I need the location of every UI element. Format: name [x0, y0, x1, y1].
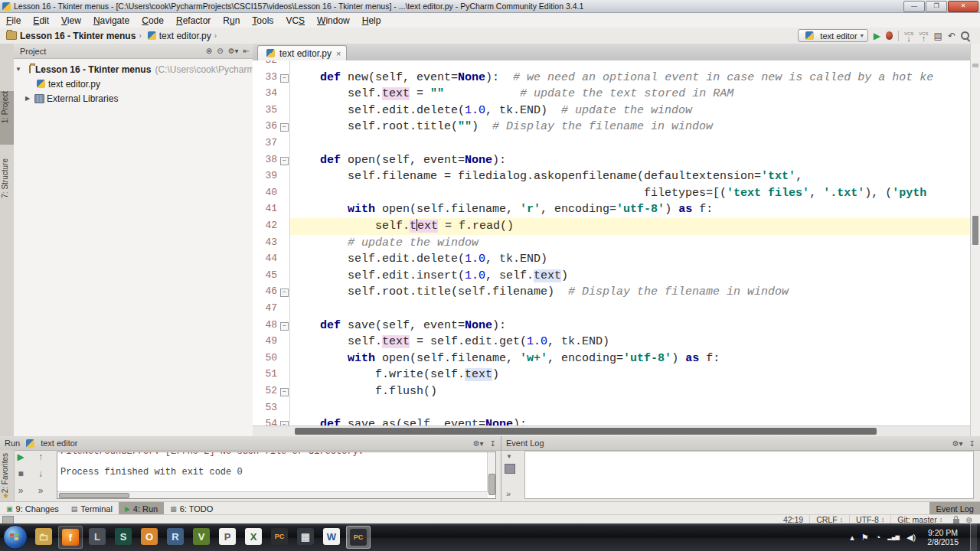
- gutter-row[interactable]: 35: [253, 103, 289, 119]
- stop-button[interactable]: ■: [15, 468, 27, 479]
- editor-gutter[interactable]: 3233−343536−3738−3940414243444546−4748−4…: [253, 60, 290, 425]
- code-line[interactable]: self.text = "" # update the text stored …: [292, 86, 971, 103]
- code-line[interactable]: f.flush(): [292, 383, 971, 400]
- gear-icon[interactable]: ⚙▾: [228, 47, 239, 55]
- gutter-row[interactable]: 38−: [253, 152, 289, 169]
- remote-desktop-taskbar-icon[interactable]: R: [164, 526, 187, 547]
- toolwindow-button-todo[interactable]: ▦6: TODO: [164, 502, 219, 515]
- breadcrumb-file[interactable]: text editor.py: [159, 31, 211, 41]
- gutter-row[interactable]: 43: [253, 235, 289, 252]
- excel-taskbar-icon[interactable]: X: [242, 526, 265, 547]
- debug-bug-button[interactable]: [886, 31, 893, 40]
- editor-code-lines[interactable]: def new(self, event=None): # we need an …: [289, 60, 971, 425]
- more-actions-chevron[interactable]: »: [34, 485, 47, 496]
- code-line[interactable]: self.edit.delete(1.0, tk.END): [292, 251, 971, 268]
- run-panel-header[interactable]: Run text editor ⚙▾↧: [0, 436, 501, 451]
- close-icon[interactable]: ⊗: [206, 47, 212, 55]
- gutter-row[interactable]: 44: [253, 251, 289, 268]
- hidden-icons-chevron[interactable]: ▴: [850, 533, 854, 543]
- toolwindow-button-changes[interactable]: ▣9: Changes: [0, 502, 65, 515]
- outlook-taskbar-icon[interactable]: O: [138, 526, 161, 547]
- show-changes-button[interactable]: ▤: [934, 31, 942, 41]
- gutter-row[interactable]: 41: [253, 201, 289, 218]
- gutter-row[interactable]: 51: [253, 367, 289, 383]
- maximize-button[interactable]: ❐: [926, 1, 947, 12]
- gear-icon[interactable]: ⚙▾: [473, 439, 484, 448]
- more-actions-chevron[interactable]: »: [15, 485, 27, 496]
- code-line[interactable]: filetypes=[('text files', '.txt'), ('pyt…: [292, 185, 971, 202]
- code-line[interactable]: f.write(self.text): [292, 367, 971, 383]
- code-line[interactable]: [292, 301, 971, 318]
- code-line[interactable]: self.text = self.edit.get(1.0, tk.END): [292, 334, 971, 350]
- menu-item-help[interactable]: Help: [356, 15, 387, 26]
- run-console[interactable]: FileNotFoundError: [Errno 2] No such fil…: [57, 452, 496, 499]
- code-line[interactable]: [292, 400, 971, 417]
- menu-item-refactor[interactable]: Refactor: [170, 15, 217, 26]
- menu-item-tools[interactable]: Tools: [246, 15, 279, 26]
- more-actions-chevron[interactable]: »: [506, 489, 511, 498]
- gutter-row[interactable]: 46−: [253, 284, 289, 301]
- gutter-row[interactable]: 47: [253, 301, 289, 318]
- fold-end-icon[interactable]: −: [280, 388, 289, 396]
- minimize-button[interactable]: —: [903, 1, 925, 12]
- undo-button[interactable]: ↶: [948, 31, 956, 41]
- gutter-row[interactable]: 36−: [253, 119, 289, 135]
- lock-app-taskbar-icon[interactable]: L: [86, 526, 109, 547]
- code-line[interactable]: def save(self, event=None):: [292, 318, 971, 334]
- word-taskbar-icon[interactable]: W: [320, 526, 343, 547]
- gutter-row[interactable]: 34: [253, 86, 289, 103]
- scrollbar-thumb[interactable]: [59, 493, 129, 498]
- rerun-button[interactable]: ▶: [15, 452, 27, 462]
- hide-panel-icon[interactable]: ⇤: [243, 47, 250, 55]
- code-line[interactable]: self.text = f.read(): [292, 218, 971, 235]
- fold-open-icon[interactable]: −: [280, 322, 289, 331]
- menu-item-view[interactable]: View: [55, 15, 87, 26]
- code-line[interactable]: self.edit.insert(1.0, self.text): [292, 268, 971, 285]
- run-button[interactable]: ▶: [874, 31, 880, 41]
- hide-panel-icon[interactable]: ↧: [969, 439, 975, 448]
- gutter-row[interactable]: 53: [253, 400, 289, 417]
- start-button[interactable]: [3, 525, 28, 549]
- collapse-all-icon[interactable]: ⊖: [217, 47, 223, 55]
- gutter-row[interactable]: 48−: [253, 318, 289, 334]
- explorer-taskbar-icon[interactable]: 🗀: [32, 526, 55, 547]
- code-line[interactable]: [292, 60, 971, 70]
- menu-item-run[interactable]: Run: [217, 15, 246, 26]
- p-app-taskbar-icon[interactable]: P: [216, 526, 239, 547]
- tree-item[interactable]: ▶External Libraries: [14, 91, 253, 106]
- stripe-button-project[interactable]: 1: Project: [1, 91, 9, 123]
- menu-item-window[interactable]: Window: [311, 15, 356, 26]
- gutter-row[interactable]: 33−: [253, 70, 289, 86]
- run-configuration-select[interactable]: text editor ▾: [798, 29, 867, 42]
- editor-horizontal-scrollbar[interactable]: [253, 425, 971, 436]
- hide-panel-icon[interactable]: ↧: [490, 439, 496, 448]
- show-desktop-button[interactable]: [970, 523, 977, 551]
- filter-icon[interactable]: ▼: [506, 453, 512, 460]
- code-line[interactable]: self.filename = filedialog.askopenfilena…: [292, 168, 971, 185]
- code-line[interactable]: self.root.title(self.filename) # Display…: [292, 284, 971, 301]
- stripe-button-structure[interactable]: 7: Structure: [1, 158, 9, 198]
- editor-tab[interactable]: text editor.py ×: [257, 45, 347, 60]
- search-everywhere-button[interactable]: [961, 31, 969, 40]
- close-button[interactable]: ✕: [948, 1, 978, 12]
- expander-icon[interactable]: ▶: [23, 95, 32, 102]
- code-line[interactable]: self.edit.delete(1.0, tk.END) # update t…: [292, 103, 971, 119]
- pycharm-taskbar-icon[interactable]: PC: [268, 526, 291, 547]
- favorites-stripe-button[interactable]: 2: Favorites: [1, 453, 9, 493]
- gutter-row[interactable]: 49: [253, 334, 289, 350]
- toggle-toolwindows-icon[interactable]: [2, 516, 14, 524]
- securecrt-taskbar-icon[interactable]: S: [112, 526, 135, 547]
- code-line[interactable]: def save_as(self, event=None):: [292, 416, 971, 425]
- code-line[interactable]: def open(self, event=None):: [292, 152, 971, 169]
- action-center-icon[interactable]: ◔: [876, 533, 881, 542]
- settings-square-icon[interactable]: [505, 464, 515, 474]
- taskbar-clock[interactable]: 9:20 PM 2/8/2015: [927, 528, 959, 546]
- toolwindow-button-eventlog[interactable]: Event Log: [929, 502, 980, 515]
- window-titlebar[interactable]: Lesson 16 - Tkinter menus - [C:\Users\co…: [0, 0, 980, 13]
- stripe-mark[interactable]: [972, 64, 978, 67]
- network-signal-icon[interactable]: ▂▄▆: [887, 534, 900, 540]
- scrollbar-thumb[interactable]: [488, 474, 495, 495]
- vcs-update-button[interactable]: VCS↓: [904, 31, 913, 41]
- tree-item[interactable]: text editor.py: [14, 77, 253, 91]
- fold-end-icon[interactable]: −: [280, 123, 289, 132]
